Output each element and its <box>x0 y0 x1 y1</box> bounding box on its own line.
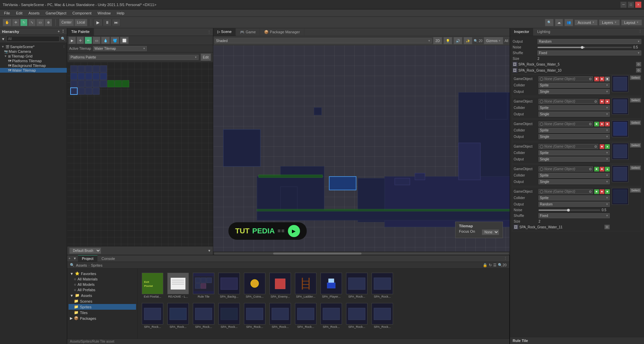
asset-spa-rock-9[interactable]: SPA_Rock... <box>294 302 318 330</box>
breadcrumb-assets[interactable]: Assets <box>76 263 87 267</box>
brush-selector[interactable]: Default Brush <box>69 247 101 254</box>
asset-spa-rock-4[interactable]: SPA_Rock... <box>166 302 190 330</box>
collider-dropdown-1[interactable]: Sprite ▼ <box>539 83 610 88</box>
menu-assets[interactable]: Assets <box>26 10 42 16</box>
maximize-button[interactable]: □ <box>628 2 634 8</box>
move-tool[interactable]: ✛ <box>12 19 19 26</box>
collider-dropdown-4[interactable]: Sprite ▼ <box>539 150 610 155</box>
focus-on-select[interactable]: None <box>482 229 499 235</box>
pause-button[interactable]: ⏸ <box>103 19 112 26</box>
asset-spa-rock-11[interactable]: SPA_Rock... <box>345 302 369 330</box>
gameobject-dropdown-3[interactable]: None (Game Object) ⊙ <box>539 121 593 126</box>
viewport-canvas[interactable]: Tilemap Focus On None <box>213 45 510 252</box>
output-dropdown-e2[interactable]: Single ▼ <box>539 112 610 117</box>
e3-b1[interactable]: ■ <box>594 122 599 126</box>
palette-fill-tool[interactable]: 🪣 <box>111 37 119 44</box>
e6-b2[interactable]: ■ <box>600 189 604 194</box>
scrollbar-thumb[interactable] <box>273 253 361 255</box>
search-button[interactable]: 🔍 <box>545 19 554 26</box>
asset-spa-rock-12[interactable]: SPA_Rock... <box>370 302 394 330</box>
project-menu[interactable]: ⋮ <box>502 256 509 261</box>
viewport-fx-button[interactable]: ✨ <box>464 37 472 44</box>
center-button[interactable]: Center <box>59 19 74 26</box>
viewport-scrollbar[interactable] <box>213 252 510 255</box>
step-button[interactable]: ⏭ <box>112 19 121 26</box>
output-dropdown-e3[interactable]: Single ▼ <box>539 134 610 139</box>
tab-package-manager[interactable]: 📦 Package Manager <box>260 29 304 36</box>
project-panel-icon[interactable]: + <box>67 256 72 261</box>
sidebar-all-materials[interactable]: ○ All Materials <box>69 276 136 282</box>
palette-box-tool[interactable]: ▭ <box>93 37 100 44</box>
tab-console[interactable]: Console <box>97 256 119 262</box>
entry-6-sprite-select[interactable]: ⊙ <box>604 225 610 229</box>
collider-dropdown-6[interactable]: Sprite ▼ <box>539 195 610 200</box>
asset-rule-tile[interactable]: Rule Tile <box>191 271 216 300</box>
asset-spa-ladder[interactable]: SPA_Ladder... <box>294 271 318 300</box>
hierarchy-add-button[interactable]: + <box>58 29 60 34</box>
sidebar-tiles[interactable]: 📁 Tiles <box>69 310 136 315</box>
output-dropdown-1[interactable]: Random ▼ <box>538 39 641 44</box>
palette-pick-tool[interactable]: 💧 <box>101 37 110 44</box>
local-button[interactable]: Local <box>75 19 87 26</box>
asset-spa-rock-1[interactable]: SPA_Rock... <box>345 271 369 300</box>
gameobject-dropdown-4[interactable]: None (Game Object) ⊙ <box>539 144 598 149</box>
close-button[interactable]: ✕ <box>635 2 641 8</box>
layout-dropdown[interactable]: Layout ▼ <box>621 20 642 26</box>
asset-spa-rock-5[interactable]: SPA_Rock... <box>191 302 216 330</box>
e6-b3[interactable]: ■ <box>605 189 610 194</box>
palette-erase-tool[interactable]: ⬜ <box>120 37 129 44</box>
sidebar-favorites[interactable]: ▼ ⭐ Favorites <box>69 271 136 276</box>
layers-dropdown[interactable]: Layers ▼ <box>599 20 620 26</box>
output-dropdown-e5[interactable]: Single ▼ <box>539 179 610 184</box>
tree-item-platforms-tilemap[interactable]: 🗺 Platforms Tilemap <box>0 59 67 63</box>
noise-slider-6[interactable]: 0.5 <box>539 208 610 212</box>
entry-3-select-btn[interactable]: Select <box>630 120 641 125</box>
asset-spa-rock-7[interactable]: SPA_Rock... <box>243 302 267 330</box>
entry-1-select-btn[interactable]: Select <box>630 75 641 80</box>
hierarchy-search-input[interactable] <box>6 36 59 42</box>
rect-tool[interactable]: ▭ <box>36 19 44 26</box>
tab-scene[interactable]: ▷ Scene <box>213 28 236 36</box>
viewport-audio-button[interactable]: 🔊 <box>454 37 462 44</box>
tut-play-button[interactable]: ▶ <box>288 225 300 237</box>
scale-tool[interactable]: ⤡ <box>28 19 36 26</box>
collider-dropdown-5[interactable]: Sprite ▼ <box>539 173 610 178</box>
inspector-menu[interactable]: ⋮ <box>636 28 644 36</box>
e2-b1[interactable]: ■ <box>600 99 604 104</box>
asset-spa-enemy[interactable]: SPA_Enemy... <box>268 271 292 300</box>
gameobject-dropdown-6[interactable]: None (Game Object) ⊙ <box>539 189 593 194</box>
inspector-tab-lighting[interactable]: Lighting <box>533 28 554 36</box>
e4-b1[interactable]: ■ <box>600 144 604 149</box>
tree-item-water-tilemap[interactable]: 🗺 Water Tilemap <box>0 68 67 73</box>
cloud-button[interactable]: ☁ <box>555 19 563 26</box>
menu-window[interactable]: Window <box>95 10 113 16</box>
project-refresh[interactable]: ↻ <box>489 263 492 267</box>
collab-button[interactable]: 👥 <box>564 19 573 26</box>
viewport-2d-button[interactable]: 2D <box>433 37 442 44</box>
viewport-light-button[interactable]: 💡 <box>443 37 452 44</box>
hierarchy-down-arrow[interactable]: ▼ <box>1 37 5 41</box>
asset-exit-pixelat[interactable]: Exit Pixelat Exit Pixelat... <box>140 271 165 300</box>
asset-spa-rock-8[interactable]: SPA_Rock... <box>268 302 292 330</box>
hierarchy-menu-button[interactable]: ⋮ <box>61 29 65 34</box>
entry-1-btn-r3[interactable]: ■ <box>605 77 610 81</box>
tab-project[interactable]: Project <box>78 255 97 262</box>
hand-tool[interactable]: ✋ <box>3 19 11 26</box>
e5-b1[interactable]: ■ <box>594 167 599 171</box>
palette-select-tool[interactable]: ▶ <box>69 37 76 44</box>
shading-dropdown[interactable]: Shaded ▼ <box>215 38 432 43</box>
output-dropdown-e6[interactable]: Random ▼ <box>539 202 610 207</box>
gameobject-dropdown-2[interactable]: None (Game Object) ⊙ <box>539 99 598 104</box>
entry-6-select-btn[interactable]: Select <box>630 188 641 193</box>
asset-spa-backg[interactable]: SPA_Backg... <box>217 271 241 300</box>
sprite2-select-button[interactable]: ⊙ <box>636 68 641 73</box>
e4-b2[interactable]: ▲ <box>605 144 610 149</box>
e5-b2[interactable]: ■ <box>600 167 604 171</box>
minimize-button[interactable]: ─ <box>620 2 627 8</box>
menu-component[interactable]: Component <box>70 10 94 16</box>
entry-5-select-btn[interactable]: Select <box>630 165 641 170</box>
output-dropdown-e1[interactable]: Single ▼ <box>539 89 610 94</box>
noise-slider-1[interactable]: 0.5 <box>538 45 641 49</box>
sidebar-all-models[interactable]: ○ All Models <box>69 282 136 287</box>
asset-spa-rock-2[interactable]: SPA_Rock... <box>370 271 394 300</box>
